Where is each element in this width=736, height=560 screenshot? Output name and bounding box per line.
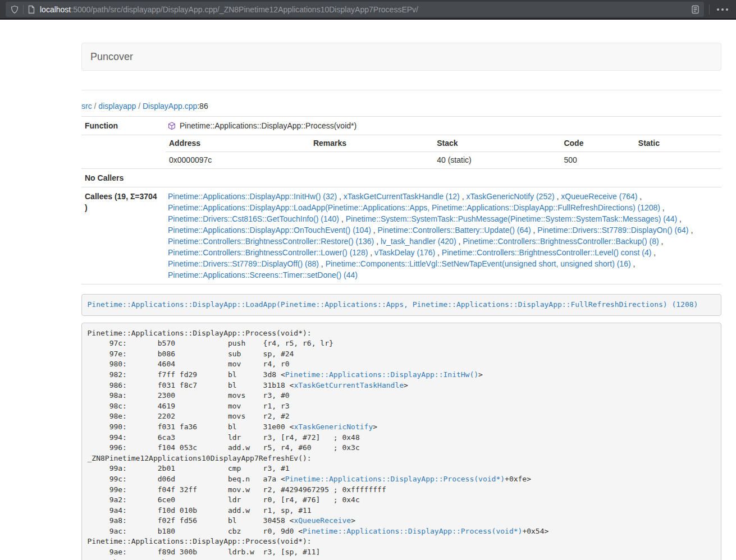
url-path: :5000/path/src/displayapp/DisplayApp.cpp… — [71, 5, 418, 14]
function-name: Pinetime::Applications::DisplayApp::Proc… — [180, 120, 356, 131]
callee-link[interactable]: Pinetime::Drivers::St7789::DisplayOff() … — [168, 259, 319, 268]
callee-link[interactable]: Pinetime::Controllers::BrightnessControl… — [463, 237, 659, 246]
callee-link[interactable]: xTaskGetCurrentTaskHandle (12) — [344, 192, 460, 201]
page: Puncover src / displayapp / DisplayApp.c… — [0, 43, 736, 560]
table-row-callees: Callees (19, Σ=3704 ) Pinetime::Applicat… — [81, 187, 721, 284]
table-row-details: Address Remarks Stack Code Static 0x0000… — [81, 135, 721, 169]
asm-symbol-link[interactable]: xTaskGetCurrentTaskHandle — [294, 381, 404, 389]
brand-link[interactable]: Puncover — [82, 51, 141, 62]
callees-label: Callees (19, Σ=3704 ) — [81, 187, 164, 284]
col-stack: Stack — [433, 135, 560, 152]
callee-link[interactable]: Pinetime::Controllers::BrightnessControl… — [442, 248, 651, 257]
callee-link[interactable]: Pinetime::System::SystemTask::PushMessag… — [346, 214, 678, 223]
callee-link[interactable]: Pinetime::Drivers::Cst816S::GetTouchInfo… — [168, 214, 339, 223]
toolbar-divider — [709, 4, 710, 15]
callee-link[interactable]: vTaskDelay (176) — [374, 248, 435, 257]
callee-link[interactable]: Pinetime::Controllers::Battery::Update()… — [378, 226, 531, 235]
callee-link[interactable]: Pinetime::Applications::DisplayApp::OnTo… — [168, 226, 371, 235]
divider — [81, 90, 721, 90]
url-text[interactable]: localhost:5000/path/src/displayapp/Displ… — [40, 5, 691, 14]
col-static: Static — [635, 135, 720, 152]
callee-link[interactable]: Pinetime::Components::LittleVgl::SetNewT… — [326, 259, 631, 268]
remarks-value — [310, 152, 433, 169]
breadcrumb-displayapp[interactable]: displayapp — [98, 102, 136, 111]
assembly-listing: Pinetime::Applications::DisplayApp::Proc… — [81, 323, 721, 560]
callee-link[interactable]: lv_task_handler (420) — [381, 237, 456, 246]
navbar: Puncover — [81, 43, 721, 71]
static-value — [635, 152, 720, 169]
snippet-symbol-link[interactable]: Pinetime::Applications::DisplayApp::Load… — [88, 300, 698, 309]
reader-mode-icon[interactable] — [691, 5, 700, 14]
breadcrumb-file[interactable]: DisplayApp.cpp — [143, 102, 197, 111]
asm-symbol-link[interactable]: Pinetime::Applications::DisplayApp::Init… — [285, 370, 478, 379]
url-host: localhost — [40, 5, 71, 14]
url-bar[interactable]: localhost:5000/path/src/displayapp/Displ… — [6, 2, 704, 17]
asm-symbol-link[interactable]: Pinetime::Applications::DisplayApp::Proc… — [285, 475, 505, 483]
callee-link[interactable]: Pinetime::Applications::Screens::Timer::… — [168, 270, 358, 279]
table-row-values: 0x0000097c 40 (static) 500 — [166, 152, 720, 169]
asm-symbol-link[interactable]: xQueueReceive — [294, 516, 351, 525]
callee-link[interactable]: xTaskGenericNotify (252) — [466, 192, 554, 201]
more-menu-icon[interactable] — [715, 8, 730, 11]
callee-link[interactable]: Pinetime::Controllers::BrightnessControl… — [168, 237, 374, 246]
callee-link[interactable]: xQueueReceive (764) — [561, 192, 637, 201]
breadcrumb: src / displayapp / DisplayApp.cpp:86 — [81, 100, 721, 112]
shield-icon[interactable] — [10, 5, 19, 14]
col-remarks: Remarks — [310, 135, 433, 152]
package-cube-icon — [168, 122, 176, 130]
urlbar-divider — [23, 5, 24, 14]
no-callers-label: No Callers — [81, 169, 164, 187]
callee-link[interactable]: Pinetime::Controllers::BrightnessControl… — [168, 248, 368, 257]
address-value: 0x0000097c — [166, 152, 310, 169]
callee-link[interactable]: Pinetime::Applications::DisplayApp::Init… — [168, 192, 337, 201]
breadcrumb-separator: / — [136, 102, 143, 111]
breadcrumb-line-number: :86 — [197, 102, 208, 111]
table-row-no-callers: No Callers — [81, 169, 721, 187]
callee-link[interactable]: Pinetime::Drivers::St7789::DisplayOn() (… — [537, 226, 688, 235]
details-table: Address Remarks Stack Code Static 0x0000… — [166, 135, 720, 168]
breadcrumb-separator: / — [92, 102, 99, 111]
stack-value: 40 (static) — [433, 152, 560, 169]
function-label: Function — [81, 117, 164, 135]
asm-symbol-link[interactable]: Pinetime::Applications::DisplayApp::Proc… — [303, 527, 522, 535]
callees-list: Pinetime::Applications::DisplayApp::Init… — [164, 187, 721, 284]
col-code: Code — [560, 135, 634, 152]
breadcrumb-src[interactable]: src — [81, 102, 92, 111]
col-address: Address — [166, 135, 310, 152]
code-value: 500 — [560, 152, 634, 169]
table-row-function: Function Pinetime::Applications::Display… — [81, 117, 721, 135]
callee-link[interactable]: Pinetime::Applications::DisplayApp::Load… — [168, 203, 660, 212]
source-snippet: Pinetime::Applications::DisplayApp::Load… — [81, 294, 721, 316]
page-icon — [28, 5, 35, 14]
asm-symbol-link[interactable]: xTaskGenericNotify — [294, 423, 373, 431]
browser-toolbar: localhost:5000/path/src/displayapp/Displ… — [0, 0, 736, 20]
function-info-table: Function Pinetime::Applications::Display… — [81, 116, 721, 284]
